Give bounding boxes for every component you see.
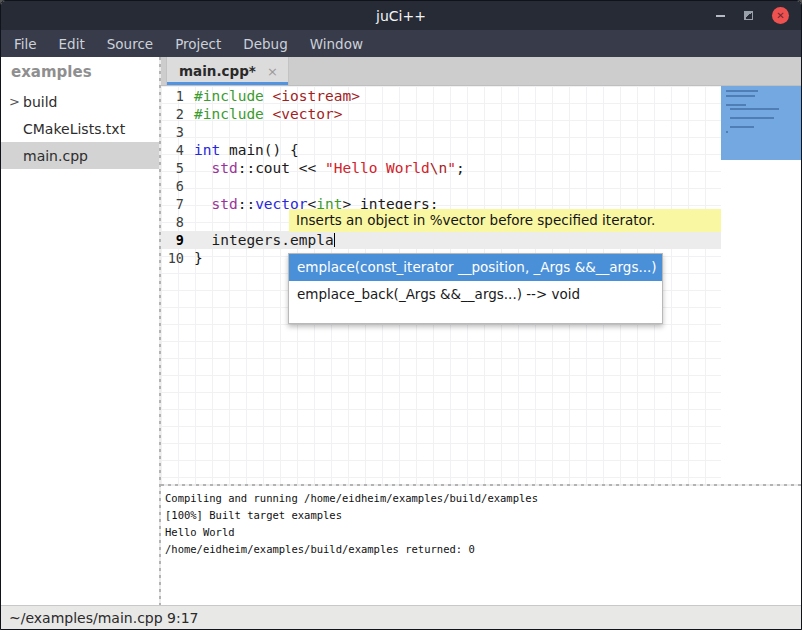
token: ::cout << <box>238 160 325 176</box>
token: ; <box>456 160 465 176</box>
token: \n <box>430 160 447 176</box>
close-icon[interactable]: ✕ <box>772 7 789 24</box>
line-number: 5 <box>161 159 189 177</box>
terminal-line: /home/eidheim/examples/build/examples re… <box>165 541 801 558</box>
completion-item-1[interactable]: emplace_back(_Args &&__args...) --> void <box>289 281 662 308</box>
token: } <box>194 250 203 266</box>
project-name-label: examples <box>1 57 159 88</box>
token: "Hello World <box>325 160 430 176</box>
token: #include <box>194 88 273 104</box>
code-text: std::cout << "Hello World\n"; <box>189 159 465 177</box>
code-line-6: 6 <box>161 177 721 195</box>
window-controls: ✕ <box>716 1 789 30</box>
token: main() { <box>220 142 299 158</box>
code-text <box>189 213 194 231</box>
code-text: int main() { <box>189 141 299 159</box>
terminal-line: Compiling and running /home/eidheim/exam… <box>165 490 801 507</box>
menu-item-debug[interactable]: Debug <box>232 36 298 52</box>
line-number: 4 <box>161 141 189 159</box>
minimap-code-line <box>730 108 779 110</box>
code-text <box>189 177 194 195</box>
restore-icon[interactable] <box>744 11 753 20</box>
tab-bar: main.cpp* × <box>161 57 801 86</box>
completion-popup: emplace(const_iterator __position, _Args… <box>288 253 663 324</box>
sidebar-item-label: build <box>23 94 57 110</box>
sidebar-item-label: main.cpp <box>23 148 88 164</box>
minimap-code-line <box>730 126 754 128</box>
sidebar-item-label: CMakeLists.txt <box>23 121 125 137</box>
code-editor[interactable]: 1#include <iostream>2#include <vector>34… <box>161 86 721 484</box>
completion-item-0[interactable]: emplace(const_iterator __position, _Args… <box>289 254 662 281</box>
line-number: 8 <box>161 213 189 231</box>
expander-icon[interactable]: > <box>9 94 23 109</box>
sidebar-item-build[interactable]: >build <box>1 88 159 115</box>
token: int <box>194 142 220 158</box>
minimap-code-line <box>726 104 746 106</box>
token: #include <box>194 106 273 122</box>
line-number: 6 <box>161 177 189 195</box>
minimap-code-line <box>730 117 774 119</box>
code-text: #include <iostream> <box>189 87 360 105</box>
file-tree-sidebar: examples >buildCMakeLists.txtmain.cpp <box>1 57 159 605</box>
tab-label: main.cpp* <box>179 63 256 79</box>
status-bar: ~/examples/main.cpp 9:17 <box>1 605 801 629</box>
code-line-3: 3 <box>161 123 721 141</box>
minimap-code-line <box>726 131 728 133</box>
minimap-code-line <box>726 95 755 97</box>
minimize-icon[interactable] <box>716 15 725 17</box>
menu-item-project[interactable]: Project <box>164 36 232 52</box>
menu-item-window[interactable]: Window <box>299 36 374 52</box>
file-tree: >buildCMakeLists.txtmain.cpp <box>1 88 159 169</box>
line-number: 7 <box>161 195 189 213</box>
code-text: integers.empla <box>189 231 335 249</box>
main-area: examples >buildCMakeLists.txtmain.cpp ma… <box>1 57 801 605</box>
code-line-1: 1#include <iostream> <box>161 87 721 105</box>
token: std <box>211 160 237 176</box>
line-number: 2 <box>161 105 189 123</box>
editor-column: main.cpp* × 1#include <iostream>2#includ… <box>161 57 801 605</box>
code-line-9: 9 integers.empla <box>161 231 721 249</box>
line-number: 1 <box>161 87 189 105</box>
tab-main-cpp[interactable]: main.cpp* × <box>166 57 289 85</box>
token: <iostream> <box>273 88 360 104</box>
token: integers.empla <box>194 232 334 248</box>
terminal-output[interactable]: Compiling and running /home/eidheim/exam… <box>161 486 801 605</box>
token <box>194 160 211 176</box>
editor-zone: 1#include <iostream>2#include <vector>34… <box>161 86 801 484</box>
window-title: juCi++ <box>376 8 426 24</box>
title-bar[interactable]: juCi++ ✕ <box>1 1 801 30</box>
token: " <box>447 160 456 176</box>
terminal-line: [100%] Built target examples <box>165 507 801 524</box>
terminal-line: Hello World <box>165 524 801 541</box>
tab-close-icon[interactable]: × <box>267 64 278 79</box>
minimap[interactable] <box>721 86 801 484</box>
code-line-5: 5 std::cout << "Hello World\n"; <box>161 159 721 177</box>
code-line-2: 2#include <vector> <box>161 105 721 123</box>
minimap-code-line <box>726 90 758 92</box>
token: <vector> <box>273 106 343 122</box>
minimap-slider[interactable] <box>721 86 801 160</box>
code-line-4: 4int main() { <box>161 141 721 159</box>
token <box>194 196 211 212</box>
code-text: #include <vector> <box>189 105 342 123</box>
code-text <box>189 123 194 141</box>
sidebar-item-cmakelists-txt[interactable]: CMakeLists.txt <box>1 115 159 142</box>
token: std <box>211 196 237 212</box>
code-text: } <box>189 249 203 267</box>
menu-item-file[interactable]: File <box>3 36 48 52</box>
status-location: ~/examples/main.cpp 9:17 <box>9 610 199 626</box>
line-number: 10 <box>161 249 189 267</box>
doc-tooltip: Inserts an object in %vector before spec… <box>289 209 721 232</box>
line-number: 9 <box>161 231 189 249</box>
menu-item-edit[interactable]: Edit <box>48 36 96 52</box>
app-window: juCi++ ✕ FileEditSourceProjectDebugWindo… <box>0 0 802 630</box>
sidebar-item-main-cpp[interactable]: main.cpp <box>1 142 159 169</box>
token: :: <box>238 196 255 212</box>
line-number: 3 <box>161 123 189 141</box>
menu-bar: FileEditSourceProjectDebugWindow <box>1 30 801 57</box>
code-lines: 1#include <iostream>2#include <vector>34… <box>161 87 721 267</box>
text-cursor <box>334 233 335 247</box>
menu-item-source[interactable]: Source <box>96 36 164 52</box>
